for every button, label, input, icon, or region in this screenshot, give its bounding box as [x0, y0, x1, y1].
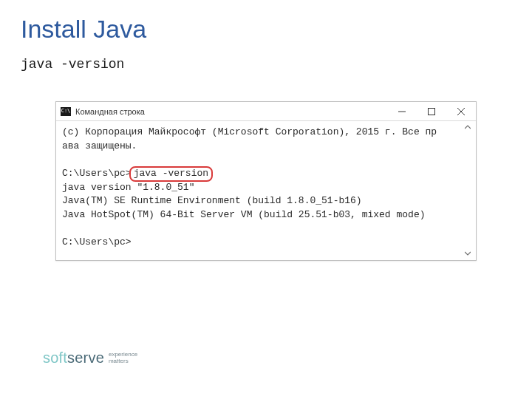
maximize-icon	[428, 108, 435, 115]
terminal-blank-line	[62, 154, 470, 167]
scroll-down-button[interactable]	[462, 248, 474, 259]
minimize-button[interactable]	[387, 102, 417, 121]
window-title: Командная строка	[75, 107, 387, 116]
slide-subtitle: java -version	[21, 57, 511, 72]
cmd-icon-text: C:\	[61, 109, 71, 114]
prompt-prefix: C:\Users\pc>	[62, 168, 132, 179]
terminal-line: Java(TM) SE Runtime Environment (build 1…	[62, 194, 470, 208]
logo-part-soft: soft	[43, 349, 67, 366]
terminal-line: C:\Users\pc>java -version	[62, 167, 470, 181]
terminal-line: Java HotSpot(TM) 64-Bit Server VM (build…	[62, 208, 470, 222]
command-prompt-window: C:\ Командная строка (	[55, 101, 477, 261]
highlighted-command: java -version	[132, 167, 211, 181]
cmd-icon: C:\	[61, 107, 71, 116]
logo-tagline: experience matters	[109, 352, 137, 365]
logo-part-serve: serve	[67, 349, 104, 366]
close-button[interactable]	[446, 102, 476, 121]
maximize-button[interactable]	[417, 102, 446, 121]
svg-rect-1	[429, 108, 435, 115]
terminal-blank-line	[62, 222, 470, 236]
terminal-line: ава защищены.	[62, 140, 470, 154]
command-text: java -version	[134, 168, 208, 179]
window-titlebar: C:\ Командная строка	[56, 102, 476, 121]
terminal-line: (с) Корпорация Майкрософт (Microsoft Cor…	[62, 126, 470, 140]
slide-title: Install Java	[21, 15, 511, 44]
window-controls	[387, 102, 476, 121]
tagline-line2: matters	[109, 358, 137, 365]
logo-text: softserve	[43, 349, 104, 366]
footer-logo: softserve experience matters	[43, 349, 137, 366]
terminal-line: java version "1.8.0_51"	[62, 181, 470, 195]
terminal-body: (с) Корпорация Майкрософт (Microsoft Cor…	[56, 121, 476, 260]
terminal-line: C:\Users\pc>	[62, 236, 470, 250]
minimize-icon	[398, 108, 406, 115]
chevron-down-icon	[465, 250, 471, 256]
chevron-up-icon	[465, 124, 471, 130]
close-icon	[457, 108, 465, 115]
scroll-up-button[interactable]	[462, 121, 474, 133]
